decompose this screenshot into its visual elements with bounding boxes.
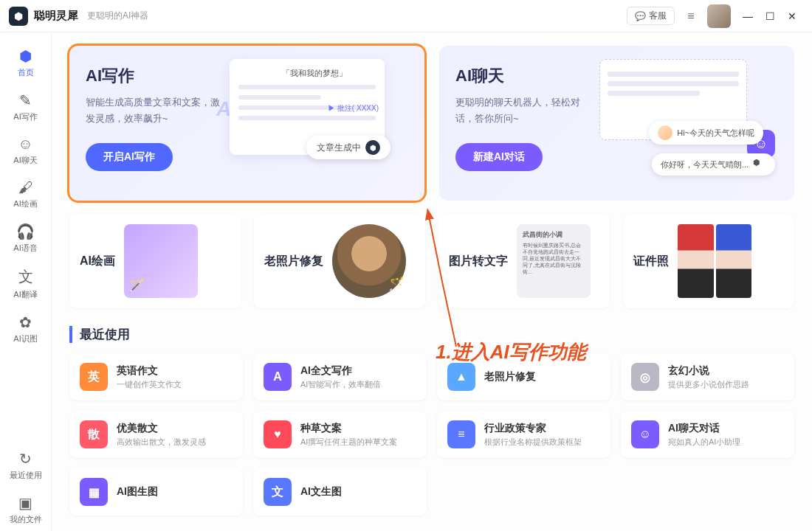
sidebar-label: AI绘画 xyxy=(13,198,37,209)
mini-avatar-icon xyxy=(658,125,672,140)
sidebar-label: 我的文件 xyxy=(10,514,42,525)
recent-item-desc: 宛如真人的AI小助理 xyxy=(668,437,740,448)
hero-card-write[interactable]: AI写作 智能生成高质量文章和文案，激发灵感，效率飙升~ 开启AI写作 AI 「… xyxy=(69,46,424,201)
recent-item-icon: ≡ xyxy=(447,420,475,448)
minimize-button[interactable]: — xyxy=(737,5,759,27)
generating-pill: 文章生成中 ⬢ xyxy=(306,136,390,159)
close-button[interactable]: ✕ xyxy=(781,5,803,27)
document-preview: 「我和我的梦想」 ▶ 批注( XXXX) 文章生成中 ⬢ xyxy=(230,59,385,155)
sidebar-item-translate[interactable]: 文AI翻译 xyxy=(4,261,48,306)
recent-item[interactable]: 散 优美散文 高效输出散文，激发灵感 xyxy=(69,411,243,458)
hero-chat-desc: 更聪明的聊天机器人，轻松对话，答你所问~ xyxy=(455,94,596,127)
recent-item-title: AI文生图 xyxy=(300,485,342,499)
maximize-button[interactable]: ☐ xyxy=(759,5,781,27)
sidebar-item-home[interactable]: ⬢首页 xyxy=(4,41,48,84)
voice-icon: 🎧 xyxy=(16,223,35,240)
chat-icon: 💬 xyxy=(635,11,646,21)
mini-logo-icon: ⬢ xyxy=(365,140,380,155)
new-chat-button[interactable]: 新建AI对话 xyxy=(455,143,543,171)
sidebar-label: 最近使用 xyxy=(10,470,42,481)
sidebar-item-chat[interactable]: ☺AI聊天 xyxy=(4,130,48,172)
feature-title: 图片转文字 xyxy=(449,254,508,269)
ocr-icon: ✿ xyxy=(19,313,32,331)
write-illustration: AI 「我和我的梦想」 ▶ 批注( XXXX) 文章生成中 ⬢ xyxy=(230,59,414,184)
sidebar-item-write[interactable]: ✎AI写作 xyxy=(4,86,48,128)
chat-icon: ☺ xyxy=(18,136,32,153)
sidebar-item-paint[interactable]: 🖌AI绘画 xyxy=(4,173,48,215)
recent-item[interactable]: 文 AI文生图 xyxy=(253,468,427,516)
hero-write-desc: 智能生成高质量文章和文案，激发灵感，效率飙升~ xyxy=(86,94,226,127)
recent-item-title: 种草文案 xyxy=(300,422,397,435)
support-label: 客服 xyxy=(649,10,667,22)
recent-item[interactable]: 英 英语作文 一键创作英文作文 xyxy=(69,353,243,400)
recent-item-title: 玄幻小说 xyxy=(668,364,749,378)
recent-item-title: AI图生图 xyxy=(117,485,158,499)
sidebar-item-files[interactable]: ▣我的文件 xyxy=(4,488,48,531)
feature-img-photo xyxy=(332,224,406,298)
recent-item-title: 优美散文 xyxy=(117,422,206,435)
recent-item-desc: AI智能写作，效率翻倍 xyxy=(300,379,381,390)
feature-img-text: 武昌街的小调 有时候到重庆路买书,总会不自觉地跑武昌街去走一回,最近发现武昌街大… xyxy=(517,224,591,298)
sidebar-item-voice[interactable]: 🎧AI语音 xyxy=(4,217,48,260)
chat-illustration: ☺ Hi~今天的天气怎样呢 你好呀，今天天气晴朗... ⬢ xyxy=(599,59,784,184)
feature-card-idphoto[interactable]: 证件照 xyxy=(623,214,794,308)
recent-item-icon: ▦ xyxy=(80,478,108,506)
titlebar: ⬢ 聪明灵犀 更聪明的AI神器 💬 客服 ≡ — ☐ ✕ xyxy=(0,0,812,32)
recent-item[interactable]: ♥ 种草文案 AI撰写任何主题的种草文案 xyxy=(253,411,427,458)
avatar[interactable] xyxy=(707,4,731,28)
recent-item[interactable]: ◎ 玄幻小说 提供更多小说创作思路 xyxy=(621,353,794,400)
menu-icon[interactable]: ≡ xyxy=(681,6,701,27)
sidebar-label: AI翻译 xyxy=(13,289,37,300)
recent-item-icon: 英 xyxy=(80,363,108,391)
app-logo-icon: ⬢ xyxy=(9,7,28,26)
feature-img-id xyxy=(678,224,751,298)
feature-card-paint[interactable]: AI绘画 xyxy=(69,214,241,308)
doc-title: 「我和我的梦想」 xyxy=(253,68,376,79)
recent-item-icon: 散 xyxy=(80,420,108,448)
sidebar-item-ocr[interactable]: ✿AI识图 xyxy=(4,308,48,350)
recent-item[interactable]: A AI全文写作 AI智能写作，效率翻倍 xyxy=(253,353,427,400)
recent-item-desc: 一键创作英文作文 xyxy=(117,379,182,390)
paint-icon: 🖌 xyxy=(18,179,33,196)
recent-item-icon: ☺ xyxy=(631,420,659,448)
snippet-title: 武昌街的小调 xyxy=(523,230,585,240)
feature-title: 老照片修复 xyxy=(264,254,323,269)
chat-bubble-ai: 你好呀，今天天气晴朗... ⬢ xyxy=(652,153,775,176)
chat-bubble-user: Hi~今天的天气怎样呢 xyxy=(649,121,763,145)
feature-title: 证件照 xyxy=(633,254,669,269)
support-button[interactable]: 💬 客服 xyxy=(627,7,675,25)
start-ai-write-button[interactable]: 开启AI写作 xyxy=(86,143,173,171)
recent-item-icon: ◎ xyxy=(631,363,659,391)
sidebar-label: AI聊天 xyxy=(13,155,37,166)
recent-item[interactable]: ▦ AI图生图 xyxy=(69,468,243,516)
sidebar: ⬢首页 ✎AI写作 ☺AI聊天 🖌AI绘画 🎧AI语音 文AI翻译 ✿AI识图 … xyxy=(0,32,52,531)
feature-card-ocr[interactable]: 图片转文字 武昌街的小调 有时候到重庆路买书,总会不自觉地跑武昌街去走一回,最近… xyxy=(438,214,610,308)
recent-item-title: 英语作文 xyxy=(117,364,182,378)
recent-item-title: AI全文写作 xyxy=(300,364,381,378)
recent-grid: 英 英语作文 一键创作英文作文 A AI全文写作 AI智能写作，效率翻倍 ▲ 老… xyxy=(69,353,794,516)
recent-item-desc: 提供更多小说创作思路 xyxy=(668,379,749,390)
home-icon: ⬢ xyxy=(19,47,32,65)
doc-note: ▶ 批注( XXXX) xyxy=(328,103,379,114)
sidebar-item-recent[interactable]: ↻最近使用 xyxy=(4,444,48,487)
section-recent-title: 最近使用 xyxy=(69,326,794,343)
recent-item-desc: 根据行业名称提供政策框架 xyxy=(484,437,582,448)
feature-title: AI绘画 xyxy=(80,254,115,269)
app-name: 聪明灵犀 xyxy=(34,9,78,23)
recent-item[interactable]: ≡ 行业政策专家 根据行业名称提供政策框架 xyxy=(437,411,610,458)
feature-card-photo-restore[interactable]: 老照片修复 xyxy=(254,214,425,308)
recent-item-title: AI聊天对话 xyxy=(668,422,740,435)
write-icon: ✎ xyxy=(19,91,32,109)
recent-item-title: 老照片修复 xyxy=(484,370,536,384)
sidebar-label: AI语音 xyxy=(13,243,37,254)
recent-item-icon: ♥ xyxy=(264,420,292,448)
hero-card-chat[interactable]: AI聊天 更聪明的聊天机器人，轻松对话，答你所问~ 新建AI对话 ☺ Hi~今天… xyxy=(439,46,794,201)
recent-item-title: 行业政策专家 xyxy=(484,422,582,435)
feature-img-paint xyxy=(124,224,198,298)
bubble1-text: Hi~今天的天气怎样呢 xyxy=(677,128,754,139)
snippet-text: 有时候到重庆路买书,总会不自觉地跑武昌街去走一回,最近发现武昌街大大不同了,尤其… xyxy=(523,242,585,275)
files-icon: ▣ xyxy=(18,494,32,512)
main-content: AI写作 智能生成高质量文章和文案，激发灵感，效率飙升~ 开启AI写作 AI 「… xyxy=(52,32,812,531)
recent-item[interactable]: ☺ AI聊天对话 宛如真人的AI小助理 xyxy=(621,411,794,458)
app-tagline: 更聪明的AI神器 xyxy=(87,10,148,22)
